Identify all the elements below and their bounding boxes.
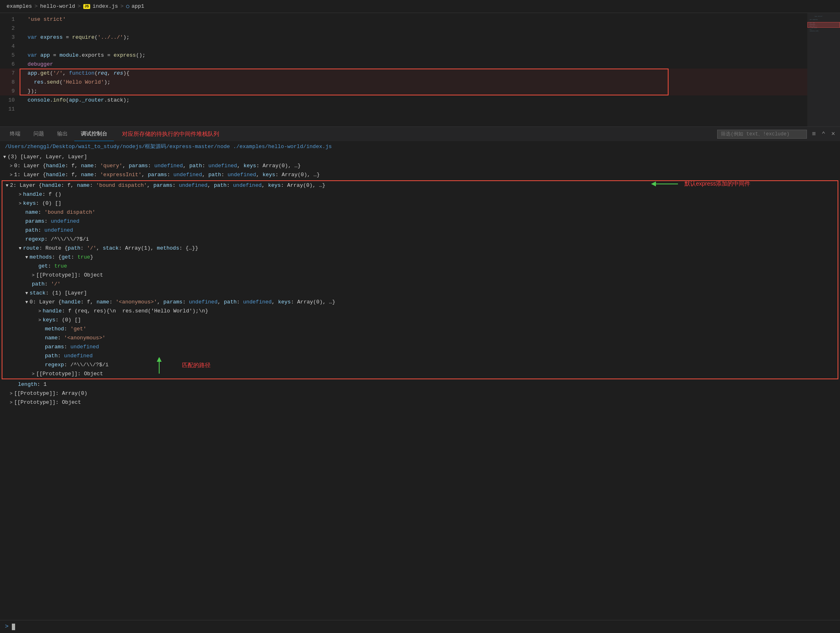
breadcrumb-indexjs[interactable]: index.js [93, 3, 118, 9]
line-content-10[interactable]: console.info(app._router.stack); [20, 97, 840, 103]
console-anon-layer[interactable]: ▼ 0: Layer {handle: f, name: '<anonymous… [2, 298, 838, 307]
console-stack[interactable]: ▼ stack: (1) [Layer] [2, 289, 838, 298]
console-methods[interactable]: ▼ methods: {get: true} [2, 253, 838, 262]
line-num-10: 10 [0, 97, 20, 103]
editor-section: examples > hello-world > JS index.js > ◯… [0, 0, 840, 126]
expand-root[interactable]: ▼ [3, 153, 6, 161]
panel-icons: ≡ ⌃ × [810, 129, 837, 139]
console-anon-handle[interactable]: > handle: f (req, res){\n res.send('Hell… [2, 307, 838, 316]
breadcrumb-sep1: > [34, 3, 38, 9]
line-num-2: 2 [0, 25, 20, 31]
red-box-section: ▼ 2: Layer {handle: f, name: 'bound disp… [2, 180, 838, 379]
line-content-7[interactable]: app.get('/', function(req, res){ [20, 70, 840, 76]
expand-anon-handle[interactable]: > [38, 307, 41, 315]
line-content-3[interactable]: var express = require('../../'); [20, 34, 840, 40]
expand-anon-keys[interactable]: > [38, 316, 41, 324]
console-proto-anon[interactable]: > [[Prototype]]: Object [2, 370, 838, 378]
root-label: (3) [Layer, Layer, Layer] [8, 153, 87, 161]
line-content-6[interactable]: debugger [20, 61, 840, 67]
tab-problems[interactable]: 问题 [27, 127, 51, 142]
line-num-9: 9 [0, 88, 20, 94]
line-num-11: 11 [0, 106, 20, 112]
list-icon[interactable]: ≡ [810, 130, 818, 139]
console-anon-params: params: undefined [2, 343, 838, 352]
code-line-3: 3 var express = require('../../'); [0, 33, 840, 42]
code-line-7: 7 app.get('/', function(req, res){ [0, 69, 840, 77]
expand-handle[interactable]: > [19, 190, 22, 199]
panel-section: 终端 问题 输出 调试控制台 对应所存储的待执行的中间件堆栈队列 ≡ ⌃ × /… [0, 126, 840, 633]
tab-terminal[interactable]: 终端 [3, 127, 27, 142]
code-container: 1 'use strict' 2 3 var express = require… [0, 13, 840, 115]
line-num-1: 1 [0, 16, 20, 22]
console-anon-regexp: regexp: /^\\/\\/?$/i [2, 361, 838, 370]
expand-proto-anon[interactable]: > [32, 370, 35, 378]
console-anon-method: method: 'get' [2, 325, 838, 334]
console-proto-array[interactable]: > [[Prototype]]: Array(0) [0, 389, 840, 398]
console-name: name: 'bound dispatch' [2, 208, 838, 217]
tab-annotation: 对应所存储的待执行的中间件堆栈队列 [122, 131, 219, 138]
code-line-8: 8 res.send('Hello World'); [0, 77, 840, 86]
expand-stack[interactable]: ▼ [25, 289, 28, 297]
console-proto-methods[interactable]: > [[Prototype]]: Object [2, 271, 838, 280]
symbol-icon: ◯ [126, 3, 129, 9]
code-line-11: 11 [0, 104, 840, 113]
breadcrumb-app1[interactable]: app1 [131, 3, 144, 9]
console-proto-object[interactable]: > [[Prototype]]: Object [0, 398, 840, 407]
line-num-7: 7 [0, 70, 20, 76]
expand-proto-obj[interactable]: > [10, 398, 13, 407]
console-anon-path: path: undefined [2, 352, 838, 361]
line-content-9[interactable]: }); [20, 88, 840, 94]
console-handle[interactable]: > handle: f () [2, 190, 838, 199]
tab-output[interactable]: 输出 [51, 127, 74, 142]
console-item-1[interactable]: > 1: Layer {handle: f, name: 'expressIni… [0, 170, 840, 179]
expand-keys[interactable]: > [19, 199, 22, 208]
line-content-5[interactable]: var app = module.exports = express(); [20, 52, 840, 58]
panel-tabs: 终端 问题 输出 调试控制台 对应所存储的待执行的中间件堆栈队列 ≡ ⌃ × [0, 126, 840, 141]
close-icon[interactable]: × [829, 130, 837, 139]
code-line-6: 6 debugger [0, 60, 840, 69]
breadcrumb-examples[interactable]: examples [7, 3, 32, 9]
cursor [12, 624, 15, 630]
expand-methods[interactable]: ▼ [25, 253, 28, 261]
line-num-8: 8 [0, 79, 20, 85]
code-line-5: 5 var app = module.exports = express(); [0, 51, 840, 60]
line-num-3: 3 [0, 34, 20, 40]
console-get-true: get: true [2, 262, 838, 271]
code-line-2: 2 [0, 24, 840, 33]
code-line-9: 9 }); [0, 86, 840, 95]
chevron-up-icon[interactable]: ⌃ [820, 129, 827, 139]
console-length: length: 1 [0, 380, 840, 389]
prompt-symbol: > [5, 623, 9, 630]
breadcrumb: examples > hello-world > JS index.js > ◯… [0, 0, 840, 13]
expand-item-0[interactable]: > [10, 162, 13, 170]
console-root[interactable]: ▼ (3) [Layer, Layer, Layer] [0, 153, 840, 162]
expand-item-2[interactable]: ▼ [6, 181, 9, 190]
line-num-6: 6 [0, 61, 20, 67]
bottom-bar: > [0, 620, 840, 633]
js-icon: JS [83, 4, 90, 9]
console-path: path: undefined [2, 226, 838, 235]
console-anon-keys[interactable]: > keys: (0) [] [2, 316, 838, 325]
line-num-4: 4 [0, 43, 20, 49]
line-content-1[interactable]: 'use strict' [20, 16, 840, 22]
panel-body: /Users/zhenggl/Desktop/wait_to_study/nod… [0, 141, 840, 633]
line-num-5: 5 [0, 52, 20, 58]
expand-item-1[interactable]: > [10, 171, 13, 179]
expand-route[interactable]: ▼ [19, 244, 22, 252]
console-item-2[interactable]: ▼ 2: Layer {handle: f, name: 'bound disp… [2, 181, 838, 190]
line-content-8[interactable]: res.send('Hello World'); [20, 79, 840, 85]
expand-proto-methods[interactable]: > [32, 271, 35, 279]
console-route[interactable]: ▼ route: Route {path: '/', stack: Array(… [2, 244, 838, 253]
console-item-0[interactable]: > 0: Layer {handle: f, name: 'query', pa… [0, 162, 840, 170]
console-anon-name: name: '<anonymous>' [2, 334, 838, 343]
expand-proto-array[interactable]: > [10, 390, 13, 398]
code-line-10: 10 console.info(app._router.stack); [0, 95, 840, 104]
breadcrumb-sep3: > [120, 3, 124, 9]
expand-anon[interactable]: ▼ [25, 298, 28, 306]
filter-input[interactable] [717, 130, 807, 139]
breadcrumb-hello-world[interactable]: hello-world [40, 3, 75, 9]
console-output: ▼ (3) [Layer, Layer, Layer] > 0: Layer {… [0, 152, 840, 408]
tab-debug-console[interactable]: 调试控制台 [74, 127, 114, 142]
breadcrumb-sep2: > [78, 3, 81, 9]
console-keys[interactable]: > keys: (0) [] [2, 199, 838, 208]
